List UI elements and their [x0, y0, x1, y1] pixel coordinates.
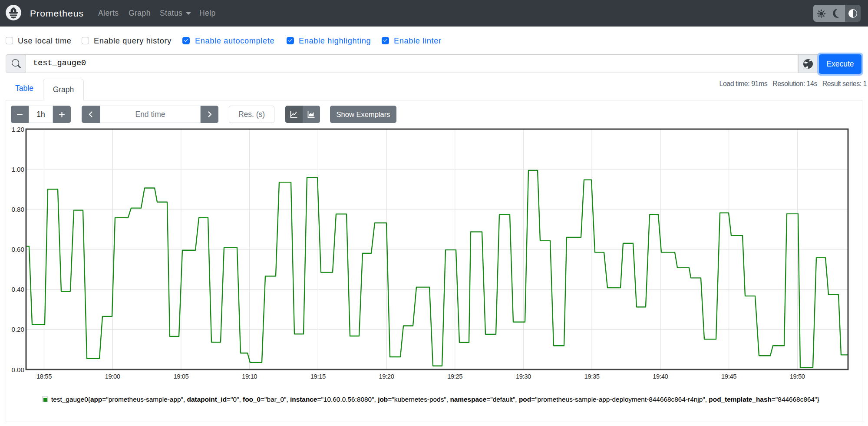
svg-text:19:30: 19:30 — [516, 373, 531, 380]
svg-text:0.60: 0.60 — [11, 246, 24, 253]
svg-text:1.20: 1.20 — [11, 126, 24, 133]
svg-text:0.20: 0.20 — [11, 326, 24, 333]
svg-text:19:00: 19:00 — [105, 373, 120, 380]
svg-text:19:35: 19:35 — [584, 373, 600, 380]
svg-text:18:55: 18:55 — [36, 373, 52, 380]
svg-text:19:15: 19:15 — [310, 373, 326, 380]
svg-text:19:45: 19:45 — [721, 373, 736, 380]
svg-text:19:05: 19:05 — [173, 373, 188, 380]
svg-text:19:10: 19:10 — [242, 373, 257, 380]
svg-text:0.00: 0.00 — [11, 366, 24, 373]
svg-text:19:50: 19:50 — [790, 373, 805, 380]
svg-text:19:25: 19:25 — [447, 373, 462, 380]
svg-text:19:40: 19:40 — [653, 373, 668, 380]
svg-text:0.80: 0.80 — [11, 206, 24, 213]
svg-text:0.40: 0.40 — [11, 286, 24, 293]
svg-text:19:20: 19:20 — [379, 373, 394, 380]
svg-text:1.00: 1.00 — [11, 166, 24, 173]
